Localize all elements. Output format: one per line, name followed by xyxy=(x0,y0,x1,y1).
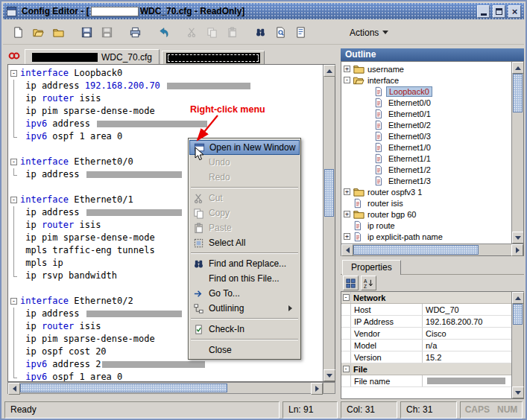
outline-item-ip-explicit-path-name[interactable]: +ip explicit-path name xyxy=(341,231,511,242)
menu-item-redo[interactable]: Redo xyxy=(189,170,300,185)
outline-item-ethernet0-2[interactable]: Ethernet0/2 xyxy=(341,119,511,130)
undo-button[interactable] xyxy=(154,23,173,42)
fold-collapse-icon[interactable]: - xyxy=(10,197,17,203)
scrollbar-thumb[interactable] xyxy=(513,304,523,325)
outline-item-ethernet1-1[interactable]: Ethernet1/1 xyxy=(341,153,511,164)
menu-item-close[interactable]: Close xyxy=(189,343,300,357)
scrollbar-track[interactable] xyxy=(20,383,311,393)
menu-item-find-on-this-file[interactable]: Find on this File... xyxy=(189,271,300,286)
outline-item-ethernet1-0[interactable]: Ethernet1/0 xyxy=(341,141,511,153)
new-document-button[interactable] xyxy=(9,23,28,42)
scroll-up-button[interactable] xyxy=(324,65,335,77)
editor-horizontal-scrollbar[interactable] xyxy=(7,382,324,394)
scroll-left-button[interactable] xyxy=(8,383,20,395)
scrollbar-thumb[interactable] xyxy=(353,245,479,255)
editor-line[interactable]: ipv6 address 2 xyxy=(8,358,323,371)
editor-vertical-scrollbar[interactable] xyxy=(323,65,335,381)
expand-minus-icon[interactable]: - xyxy=(344,77,350,83)
go-to-line-button[interactable] xyxy=(291,23,310,42)
scroll-left-button[interactable] xyxy=(341,244,353,256)
menu-item-select-all[interactable]: Select All xyxy=(189,235,300,250)
scrollbar-thumb[interactable] xyxy=(324,169,334,217)
scroll-down-button[interactable] xyxy=(512,386,524,398)
tab-wdc-70-cfg[interactable]: WDC_70.cfg xyxy=(25,49,160,64)
fold-collapse-icon[interactable]: - xyxy=(10,159,17,165)
scroll-down-button[interactable] xyxy=(324,369,335,381)
property-row-file-name[interactable]: File name xyxy=(341,375,511,387)
editor-line[interactable]: ipv6 address xyxy=(8,118,323,130)
outline-vertical-scrollbar[interactable] xyxy=(511,62,523,244)
collapse-icon[interactable]: - xyxy=(343,294,350,301)
expand-plus-icon[interactable]: + xyxy=(344,188,350,195)
paste-button[interactable] xyxy=(223,23,242,42)
outline-item-router-ospfv3-1[interactable]: +router ospfv3 1 xyxy=(341,186,511,197)
outline-item-ethernet0-0[interactable]: Ethernet0/0 xyxy=(341,97,511,108)
scroll-up-button[interactable] xyxy=(512,62,523,74)
scrollbar-track[interactable] xyxy=(512,304,523,386)
close-button[interactable]: × xyxy=(508,5,521,18)
save-button[interactable] xyxy=(78,23,96,42)
menu-item-copy[interactable]: Copy xyxy=(189,206,300,220)
menu-item-cut[interactable]: Cut xyxy=(189,191,300,206)
property-row-model[interactable]: Modeln/a xyxy=(341,340,511,351)
open-folder-button[interactable] xyxy=(29,23,48,42)
menu-item-undo[interactable]: Undo xyxy=(189,155,300,170)
find-in-file-button[interactable] xyxy=(271,23,290,42)
property-category-file[interactable]: -File xyxy=(341,363,511,375)
scrollbar-track[interactable] xyxy=(324,77,335,369)
scroll-right-button[interactable] xyxy=(511,244,523,256)
minimize-button[interactable] xyxy=(477,5,490,18)
expand-plus-icon[interactable]: + xyxy=(344,233,350,240)
editor-line[interactable]: ip pim sparse-dense-mode xyxy=(8,105,323,118)
editor-line[interactable]: ip address 192.168.200.70 xyxy=(8,80,323,92)
property-row-version[interactable]: Version15.2 xyxy=(341,351,511,363)
scroll-up-button[interactable] xyxy=(512,292,524,304)
find-button[interactable] xyxy=(251,23,270,42)
outline-item-interface[interactable]: -interface xyxy=(341,74,511,86)
outline-item-ip-route[interactable]: ip route xyxy=(341,220,511,231)
fold-collapse-icon[interactable]: - xyxy=(10,298,17,305)
sort-alphabetical-button[interactable]: AZ xyxy=(361,276,376,290)
properties-vertical-scrollbar[interactable] xyxy=(511,292,523,398)
outline-item-ethernet0-1[interactable]: Ethernet0/1 xyxy=(341,108,511,119)
tab-redacted[interactable] xyxy=(162,51,265,64)
scrollbar-thumb[interactable] xyxy=(513,74,523,112)
expand-plus-icon[interactable]: + xyxy=(344,66,350,72)
scroll-down-button[interactable] xyxy=(512,232,523,244)
cut-button[interactable] xyxy=(183,23,201,42)
menu-item-go-to[interactable]: Go To... xyxy=(189,286,300,301)
tab-properties[interactable]: Properties xyxy=(342,260,401,275)
editor-line[interactable]: ip router isis xyxy=(8,92,323,105)
outline-item-router-bgp-60[interactable]: +router bgp 60 xyxy=(341,209,511,220)
print-button[interactable] xyxy=(126,23,145,42)
outline-item-ethernet1-3[interactable]: Ethernet1/3 xyxy=(341,175,511,186)
scroll-right-button[interactable] xyxy=(311,383,323,395)
property-row-vendor[interactable]: VendorCisco xyxy=(341,328,511,340)
title-bar[interactable]: Config Editor - [ WDC_70.cfg - ReadOnly]… xyxy=(3,3,524,19)
save-all-button[interactable] xyxy=(98,23,116,42)
property-row-ip-address[interactable]: IP Address192.168.200.70 xyxy=(341,316,511,328)
outline-horizontal-scrollbar[interactable] xyxy=(341,244,523,255)
maximize-button[interactable] xyxy=(493,5,505,18)
outline-item-router-isis[interactable]: router isis xyxy=(341,197,511,209)
property-row-host[interactable]: HostWDC_70 xyxy=(341,304,511,316)
scrollbar-thumb[interactable] xyxy=(20,384,227,392)
copy-button[interactable] xyxy=(203,23,221,42)
actions-menu-button[interactable]: Actions xyxy=(344,25,394,41)
menu-item-check-in[interactable]: Check-In xyxy=(189,322,300,337)
menu-item-outlining[interactable]: Outlining xyxy=(189,301,300,316)
collapse-icon[interactable]: - xyxy=(343,366,350,372)
outline-item-ethernet0-3[interactable]: Ethernet0/3 xyxy=(341,130,511,141)
scrollbar-track[interactable] xyxy=(512,74,523,232)
menu-item-find-and-replace[interactable]: Find and Replace... xyxy=(189,256,300,271)
outline-item-loopback0[interactable]: Loopback0 xyxy=(341,86,511,97)
outline-item-ethernet1-2[interactable]: Ethernet1/2 xyxy=(341,164,511,175)
categorized-view-button[interactable] xyxy=(343,276,359,290)
outline-item-username[interactable]: +username xyxy=(341,63,511,74)
editor-line[interactable]: ipv6 ospf 1 area 0 xyxy=(8,371,323,381)
folder-button[interactable] xyxy=(49,23,68,42)
fold-collapse-icon[interactable]: - xyxy=(10,70,17,77)
scrollbar-track[interactable] xyxy=(353,244,511,255)
menu-item-paste[interactable]: Paste xyxy=(189,220,300,235)
property-category-network[interactable]: -Network xyxy=(341,292,511,304)
